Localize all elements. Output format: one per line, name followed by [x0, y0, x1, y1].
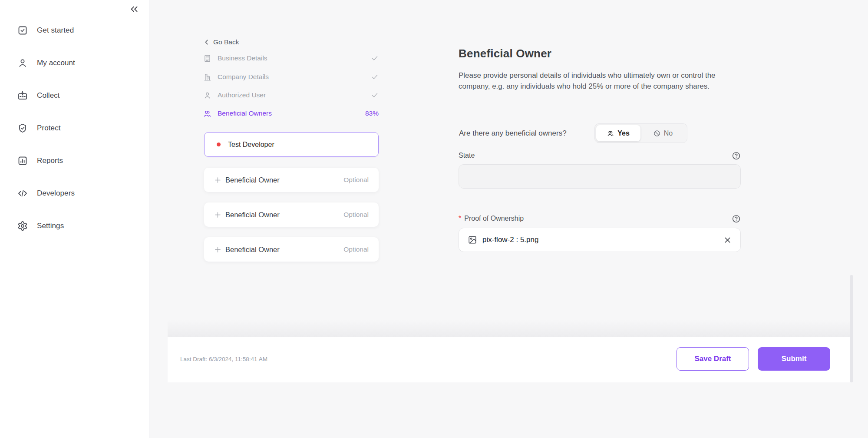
- sidebar-item-my-account[interactable]: My account: [0, 53, 149, 73]
- step-company-details[interactable]: Company Details: [203, 71, 379, 83]
- opt-card-label: Beneficial Owner: [225, 211, 280, 219]
- plus-icon: [214, 246, 221, 253]
- onboarding-app: Get started My account Collect Protect: [0, 0, 868, 438]
- step-label: Business Details: [218, 54, 267, 62]
- chevron-left-icon: [203, 39, 210, 46]
- page-description: Please provide personal details of indiv…: [459, 70, 736, 92]
- last-draft-timestamp: Last Draft: 6/3/2024, 11:58:41 AM: [180, 356, 267, 362]
- proof-field-label: Proof of Ownership: [464, 215, 524, 222]
- sidebar-item-settings[interactable]: Settings: [0, 216, 149, 236]
- help-circle-icon[interactable]: [732, 151, 741, 160]
- owner-card-label: Test Developer: [228, 141, 274, 149]
- check-square-icon: [17, 25, 28, 36]
- add-beneficial-owner-card[interactable]: Beneficial Owner Optional: [204, 168, 379, 192]
- step-label: Company Details: [218, 73, 269, 81]
- proof-field-header: * Proof of Ownership: [459, 214, 741, 223]
- step-authorized-user[interactable]: Authorized User: [203, 90, 379, 101]
- owners-question-label: Are there any beneficial owners?: [459, 129, 567, 138]
- gear-icon: [17, 221, 28, 231]
- page-title: Beneficial Owner: [459, 47, 551, 60]
- optional-badge: Optional: [343, 176, 369, 184]
- incomplete-dot-icon: [217, 143, 221, 146]
- step-status: [371, 54, 379, 62]
- plus-icon: [214, 176, 221, 184]
- beneficial-owners-toggle: Yes No: [594, 123, 687, 143]
- chevrons-left-icon: [129, 3, 140, 15]
- sidebar-item-get-started[interactable]: Get started: [0, 21, 149, 40]
- owner-card-test-developer[interactable]: Test Developer: [204, 132, 379, 157]
- vertical-scrollbar-thumb[interactable]: [850, 275, 853, 382]
- state-field-header: State: [459, 151, 741, 160]
- step-label: Authorized User: [218, 91, 266, 99]
- sidebar-item-label: Developers: [37, 189, 75, 198]
- toggle-yes-label: Yes: [617, 129, 630, 137]
- toggle-no-option[interactable]: No: [640, 125, 686, 141]
- save-draft-button[interactable]: Save Draft: [677, 347, 749, 371]
- step-status: [371, 73, 379, 81]
- sidebar: Get started My account Collect Protect: [0, 0, 149, 438]
- sidebar-item-label: Protect: [37, 124, 61, 133]
- state-field-label: State: [459, 152, 475, 159]
- bar-chart-icon: [17, 156, 28, 166]
- sidebar-item-label: Settings: [37, 222, 64, 230]
- plus-icon: [214, 211, 221, 219]
- sidebar-item-protect[interactable]: Protect: [0, 119, 149, 138]
- ban-icon: [653, 130, 660, 137]
- sidebar-item-collect[interactable]: Collect: [0, 86, 149, 105]
- step-progress: 83%: [365, 110, 379, 117]
- toggle-yes-option[interactable]: Yes: [596, 125, 640, 141]
- sidebar-item-reports[interactable]: Reports: [0, 151, 149, 170]
- add-beneficial-owner-card[interactable]: Beneficial Owner Optional: [204, 202, 379, 227]
- shield-check-icon: [17, 123, 28, 133]
- form-footer: Last Draft: 6/3/2024, 11:58:41 AM Save D…: [168, 337, 851, 382]
- user-icon: [17, 58, 28, 68]
- required-asterisk: *: [459, 215, 461, 222]
- sidebar-item-developers[interactable]: Developers: [0, 184, 149, 203]
- opt-card-label: Beneficial Owner: [225, 246, 280, 254]
- collect-card-icon: [17, 90, 28, 101]
- sidebar-item-label: Reports: [37, 156, 63, 165]
- step-label: Beneficial Owners: [218, 110, 272, 117]
- company-building-icon: [203, 73, 211, 81]
- sidebar-item-label: My account: [37, 59, 75, 67]
- help-circle-icon[interactable]: [732, 214, 741, 223]
- user-icon: [203, 91, 211, 100]
- go-back-label: Go Back: [213, 38, 239, 46]
- remove-file-x-icon[interactable]: [723, 236, 732, 244]
- go-back-link[interactable]: Go Back: [203, 38, 239, 46]
- check-icon: [371, 73, 379, 81]
- code-icon: [17, 188, 28, 199]
- check-icon: [371, 54, 379, 62]
- users-icon: [607, 130, 614, 137]
- image-file-icon: [468, 235, 477, 245]
- step-business-details[interactable]: Business Details: [203, 53, 379, 64]
- building-icon: [203, 54, 211, 63]
- state-input[interactable]: [459, 164, 741, 189]
- opt-card-label: Beneficial Owner: [225, 176, 280, 184]
- check-icon: [371, 91, 379, 99]
- toggle-no-label: No: [664, 129, 673, 137]
- step-progress-value: 83%: [365, 110, 379, 117]
- sidebar-item-label: Get started: [37, 26, 74, 35]
- collapse-sidebar-button[interactable]: [127, 3, 142, 16]
- proof-of-ownership-file: pix-flow-2 : 5.png: [459, 228, 741, 252]
- step-beneficial-owners[interactable]: Beneficial Owners 83%: [203, 108, 379, 119]
- step-status: [371, 91, 379, 99]
- optional-badge: Optional: [343, 211, 369, 219]
- sidebar-item-label: Collect: [37, 91, 60, 100]
- add-beneficial-owner-card[interactable]: Beneficial Owner Optional: [204, 237, 379, 262]
- uploaded-file-name: pix-flow-2 : 5.png: [482, 236, 538, 244]
- users-icon: [203, 110, 211, 118]
- sidebar-nav: Get started My account Collect Protect: [0, 21, 149, 249]
- submit-button[interactable]: Submit: [758, 347, 830, 371]
- optional-badge: Optional: [343, 246, 369, 253]
